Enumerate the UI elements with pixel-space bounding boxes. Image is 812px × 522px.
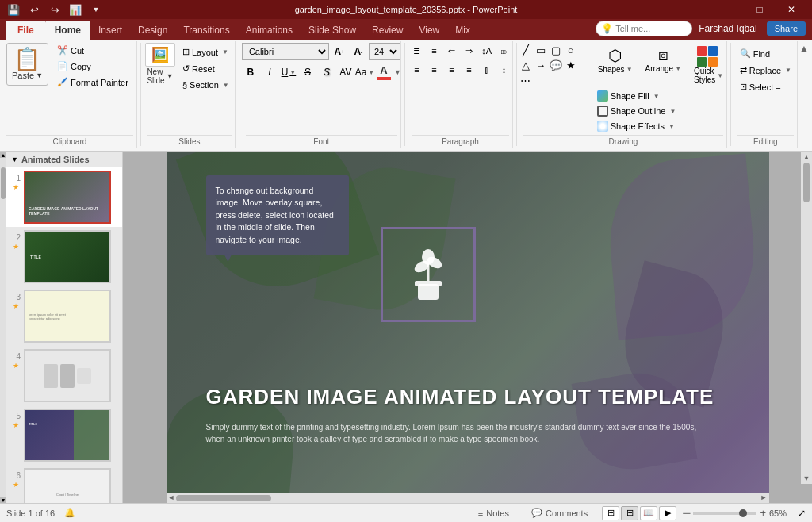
slide-canvas[interactable]: To change out background image. Move ove… (167, 152, 769, 493)
layout-button[interactable]: ⊞ Layout ▼ (178, 44, 234, 59)
slideshow-button[interactable]: ▶ (659, 506, 676, 520)
shape-triangle[interactable]: △ (519, 58, 533, 72)
font-family-select[interactable]: Calibri (242, 43, 329, 60)
shape-line[interactable]: ╱ (519, 43, 533, 57)
line-spacing-button[interactable]: ↕ (496, 62, 512, 78)
format-painter-button[interactable]: 🖌️ Format Painter (52, 75, 133, 90)
slide-thumb-2[interactable]: 2 ★ TITLE (6, 227, 122, 286)
tab-insert[interactable]: Insert (90, 21, 130, 40)
tab-review[interactable]: Review (364, 21, 411, 40)
slide-main-title[interactable]: GARDEN IMAGE ANIMATED LAYOUT TEMPLATE (206, 385, 730, 409)
font-color-dd[interactable]: ▼ (394, 68, 401, 76)
cut-button[interactable]: ✂️ Cut (52, 43, 133, 58)
maximize-button[interactable]: □ (744, 0, 776, 19)
shape-star[interactable]: ★ (564, 58, 578, 72)
reading-view-button[interactable]: 📖 (640, 506, 657, 520)
slide-subtitle[interactable]: Simply dummy text of the printing and ty… (206, 421, 706, 445)
plant-icon-box[interactable] (381, 227, 476, 322)
select-button[interactable]: ⊡ Select = (736, 79, 795, 94)
content-hscrollbar[interactable]: ◄ ► (167, 493, 769, 503)
tell-me-box[interactable]: 💡 (596, 21, 692, 36)
bold-button[interactable]: B (242, 63, 259, 81)
shape-fill-button[interactable]: Shape Fill ▼ (593, 89, 729, 103)
tab-file[interactable]: File (6, 21, 45, 40)
shape-oval[interactable]: ○ (564, 43, 578, 57)
tab-slideshow[interactable]: Slide Show (301, 21, 364, 40)
justify-button[interactable]: ≡ (462, 62, 477, 78)
shape-round-rect[interactable]: ▢ (549, 43, 563, 57)
close-button[interactable]: ✕ (776, 0, 807, 19)
zoom-in-button[interactable]: + (760, 507, 766, 519)
normal-view-button[interactable]: ⊞ (602, 506, 619, 520)
tell-me-input[interactable] (615, 24, 687, 33)
share-button[interactable]: Share (767, 21, 806, 36)
tab-mix[interactable]: Mix (447, 21, 478, 40)
tab-view[interactable]: View (411, 21, 447, 40)
increase-indent-button[interactable]: ⇒ (462, 43, 477, 59)
content-vscrollbar[interactable]: ▲ ▼ (801, 152, 812, 484)
char-spacing-button[interactable]: AV (337, 63, 354, 81)
select-label: Select = (749, 83, 781, 92)
reset-button[interactable]: ↺ Reset (178, 61, 234, 76)
bullets-button[interactable]: ≣ (409, 43, 425, 59)
shape-arrow-right[interactable]: → (534, 58, 548, 72)
tab-home[interactable]: Home (45, 21, 90, 40)
font-color-button[interactable]: A (375, 64, 393, 80)
shape-rect[interactable]: ▭ (534, 43, 548, 57)
italic-button[interactable]: I (261, 63, 278, 81)
slide-thumb-6[interactable]: 6 ★ Chart / Timeline (6, 465, 122, 503)
comments-button[interactable]: 💬 Comments (523, 508, 596, 518)
slide-tooltip-box[interactable]: To change out background image. Move ove… (206, 175, 349, 255)
shape-callout[interactable]: 💬 (549, 58, 563, 72)
shape-more[interactable]: ⋯ (519, 73, 533, 87)
align-center-button[interactable]: ≡ (427, 62, 442, 78)
undo-button[interactable]: ↩ (25, 1, 43, 18)
accessibility-button[interactable]: 🔔 (64, 508, 75, 518)
tab-design[interactable]: Design (130, 21, 175, 40)
increase-font-button[interactable]: A+ (331, 43, 348, 60)
fit-slide-button[interactable]: ⤢ (798, 508, 806, 519)
minimize-button[interactable]: ─ (712, 0, 744, 19)
copy-button[interactable]: 📄 Copy (52, 59, 133, 74)
save-button[interactable]: 💾 (5, 1, 22, 18)
tab-transitions[interactable]: Transitions (175, 21, 237, 40)
panel-scrollbar[interactable]: ▲ ▼ (0, 152, 6, 503)
tab-animations[interactable]: Animations (238, 21, 301, 40)
decrease-font-button[interactable]: A- (350, 43, 367, 60)
slide-thumb-1[interactable]: 1 ★ GARDEN IMAGE ANIMATED LAYOUT TEMPLAT… (6, 167, 122, 227)
quick-styles-button[interactable]: QuickStyles▼ (689, 43, 728, 87)
slide-sorter-button[interactable]: ⊟ (621, 506, 638, 520)
align-left-button[interactable]: ≡ (409, 62, 425, 78)
shape-outline-button[interactable]: Shape Outline ▼ (593, 104, 729, 118)
presentation-view-button[interactable]: 📊 (67, 1, 84, 18)
zoom-out-button[interactable]: ─ (683, 507, 690, 519)
slide-thumb-4[interactable]: 4 ★ (6, 346, 122, 405)
section-button[interactable]: § Section ▼ (178, 78, 234, 92)
change-case-button[interactable]: Aa▼ (356, 63, 373, 81)
slide-thumb-3[interactable]: 3 ★ lorem ipsum dolor sit ametconsectetu… (6, 286, 122, 346)
slide-thumb-5[interactable]: 5 ★ TITLE (6, 405, 122, 465)
text-direction-button[interactable]: ↕A (479, 43, 495, 59)
numbered-list-button[interactable]: ≡ (427, 43, 442, 59)
zoom-slider[interactable] (693, 512, 756, 515)
decrease-indent-button[interactable]: ⇐ (444, 43, 460, 59)
text-shadow-button[interactable]: S (318, 63, 335, 81)
replace-button[interactable]: ⇄ Replace ▼ (736, 63, 795, 78)
new-slide-button[interactable]: 🖼️ NewSlide▼ (145, 43, 175, 85)
notes-button[interactable]: ≡ Notes (470, 509, 517, 518)
smart-art-button[interactable]: ⎄ (496, 43, 512, 59)
panel-collapse-arrow[interactable]: ▼ (11, 155, 18, 163)
find-button[interactable]: 🔍 Find (736, 46, 795, 61)
arrange-button[interactable]: ⧇ Arrange▼ (641, 43, 687, 87)
shapes-button[interactable]: ⬡ Shapes▼ (593, 43, 638, 87)
underline-button[interactable]: U▼ (280, 63, 297, 81)
redo-button[interactable]: ↪ (46, 1, 63, 18)
shape-effects-button[interactable]: Shape Effects ▼ (593, 119, 729, 133)
collapse-ribbon-button[interactable]: ▲ (799, 43, 809, 54)
paste-button[interactable]: 📋 Paste▼ (6, 43, 48, 86)
font-size-select[interactable]: 24 (369, 43, 400, 60)
align-right-button[interactable]: ≡ (444, 62, 460, 78)
strikethrough-button[interactable]: S (299, 63, 316, 81)
customize-arrow[interactable]: ▼ (87, 1, 105, 18)
columns-button[interactable]: ⫿ (479, 62, 495, 78)
